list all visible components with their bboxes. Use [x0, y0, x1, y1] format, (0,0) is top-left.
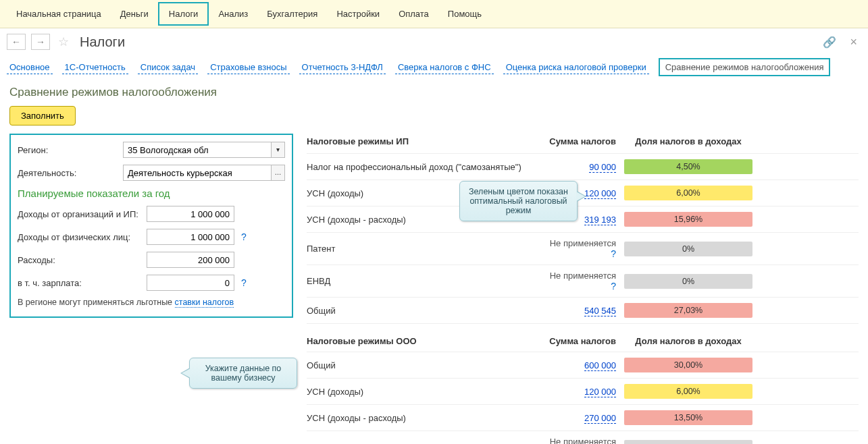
region-label: Регион: [18, 145, 119, 155]
back-button[interactable]: ← [7, 34, 26, 50]
share-bar: 13,50% [624, 410, 752, 425]
hdr-regimes-ip: Налоговые режимы ИП [307, 136, 543, 146]
tax-share: 0% [624, 242, 752, 256]
income-ind-label: Доходы от физических лиц: [18, 232, 143, 242]
share-bar: 0% [624, 440, 752, 445]
tax-amount: 600 000 [543, 360, 624, 370]
not-applicable: Не применяется [550, 271, 616, 281]
menu-settings[interactable]: Настройки [327, 3, 389, 24]
not-applicable: Не применяется [550, 437, 616, 444]
close-icon[interactable]: × [850, 35, 857, 49]
tab-3ndfl[interactable]: Отчетность 3-НДФЛ [299, 61, 386, 74]
hdr-amount: Сумма налогов [543, 336, 624, 346]
tab-task-list[interactable]: Список задач [138, 61, 198, 74]
tax-row: ЕНВДНе применяется ?0% [307, 431, 859, 444]
tax-amount: 90 000 [543, 162, 624, 172]
callout-input-hint: Укажите данные по вашему бизнесу [189, 358, 297, 389]
tax-share: 15,96% [624, 212, 752, 227]
menu-accounting[interactable]: Бухгалтерия [257, 3, 327, 24]
menu-help[interactable]: Помощь [438, 3, 491, 24]
tab-risk[interactable]: Оценка риска налоговой проверки [503, 61, 649, 74]
share-bar: 6,00% [624, 186, 752, 200]
tax-share: 4,50% [624, 159, 752, 174]
menu-analysis[interactable]: Анализ [209, 3, 257, 24]
regime-name: УСН (доходы - расходы) [307, 413, 543, 423]
tax-amount-link[interactable]: 540 545 [584, 306, 616, 316]
tax-panel: Налоговые режимы ИП Сумма налогов Доля н… [307, 134, 859, 444]
tax-row: УСН (доходы - расходы)319 19315,96% [307, 206, 859, 233]
menu-money[interactable]: Деньги [111, 3, 158, 24]
favorite-icon[interactable]: ☆ [58, 34, 69, 49]
tax-amount-link[interactable]: 600 000 [584, 360, 616, 371]
help-icon[interactable]: ? [241, 277, 247, 288]
tax-share: 27,03% [624, 303, 752, 318]
expenses-input[interactable] [147, 252, 234, 268]
activity-picker-icon[interactable]: … [272, 165, 285, 181]
tax-share: 30,00% [624, 358, 752, 372]
tab-fns-reconcile[interactable]: Сверка налогов с ФНС [395, 61, 494, 74]
input-panel: Регион: ▾ Деятельность: … Планируемые по… [9, 134, 293, 318]
tax-row: Общий540 54527,03% [307, 298, 859, 324]
tax-share: 6,00% [624, 186, 752, 200]
tax-row: ЕНВДНе применяется ?0% [307, 265, 859, 298]
income-ind-input[interactable] [147, 229, 234, 245]
region-input[interactable] [123, 142, 272, 158]
not-applicable: Не применяется [550, 238, 616, 248]
tax-share: 0% [624, 274, 752, 289]
link-icon[interactable]: 🔗 [823, 36, 836, 49]
tabs-row: Основное 1С-Отчетность Список задач Стра… [0, 55, 868, 83]
region-dropdown-icon[interactable]: ▾ [272, 142, 285, 158]
regime-name: ЕНВД [307, 276, 543, 286]
fill-button[interactable]: Заполнить [9, 106, 76, 126]
hdr-amount: Сумма налогов [543, 136, 624, 146]
tax-row: Налог на профессиональный доход ("самоза… [307, 154, 859, 180]
share-bar: 4,50% [624, 159, 752, 174]
tax-amount: 540 545 [543, 306, 624, 316]
tab-main[interactable]: Основное [7, 61, 53, 74]
tax-row: Общий600 00030,00% [307, 352, 859, 379]
tax-share: 13,50% [624, 410, 752, 425]
activity-label: Деятельность: [18, 168, 119, 178]
share-bar: 0% [624, 242, 752, 256]
help-icon[interactable]: ? [241, 231, 247, 242]
tax-amount-link[interactable]: 120 000 [584, 387, 616, 397]
menu-taxes[interactable]: Налоги [158, 2, 209, 26]
activity-input[interactable] [123, 165, 272, 181]
share-bar: 27,03% [624, 303, 752, 318]
expenses-label: Расходы: [18, 255, 143, 265]
regime-name: УСН (доходы) [307, 387, 543, 397]
planned-heading: Планируемые показатели за год [18, 188, 285, 199]
regime-name: Налог на профессиональный доход ("самоза… [307, 162, 543, 172]
tax-amount-link[interactable]: 90 000 [589, 162, 616, 173]
nav-row: ← → ☆ Налоги 🔗 × [0, 28, 868, 55]
tab-1c-reporting[interactable]: 1С-Отчетность [62, 61, 128, 74]
share-bar: 6,00% [624, 384, 752, 399]
section-heading: Сравнение режимов налогообложения [0, 83, 868, 106]
tax-amount: Не применяется ? [543, 238, 624, 259]
tab-compare-regimes[interactable]: Сравнение режимов налогообложения [659, 58, 831, 76]
income-org-label: Доходы от организаций и ИП: [18, 209, 143, 219]
tax-rates-link[interactable]: ставки налогов [175, 298, 234, 308]
tax-amount: 120 000 [543, 387, 624, 397]
help-icon[interactable]: ? [611, 281, 616, 292]
regime-name: Общий [307, 306, 543, 316]
tax-amount-link[interactable]: 120 000 [584, 188, 616, 199]
hdr-share: Доля налогов в доходах [624, 336, 752, 346]
tax-amount-link[interactable]: 270 000 [584, 413, 616, 424]
help-icon[interactable]: ? [611, 248, 616, 259]
menu-home[interactable]: Начальная страница [7, 3, 111, 24]
callout-optimal-hint: Зеленым цветом показан оптимальный налог… [459, 181, 578, 221]
hdr-regimes-ooo: Налоговые режимы ООО [307, 336, 543, 346]
income-org-input[interactable] [147, 206, 234, 222]
menu-payment[interactable]: Оплата [389, 3, 438, 24]
salary-input[interactable] [147, 275, 234, 291]
forward-button[interactable]: → [31, 34, 50, 50]
tax-amount: Не применяется ? [543, 271, 624, 292]
share-bar: 0% [624, 274, 752, 289]
tax-amount: Не применяется ? [543, 437, 624, 444]
main-menu: Начальная страница Деньги Налоги Анализ … [0, 0, 868, 28]
hdr-share: Доля налогов в доходах [624, 136, 752, 146]
tax-amount-link[interactable]: 319 193 [584, 215, 616, 225]
tab-insurance[interactable]: Страховые взносы [207, 61, 289, 74]
tax-share: 6,00% [624, 384, 752, 399]
